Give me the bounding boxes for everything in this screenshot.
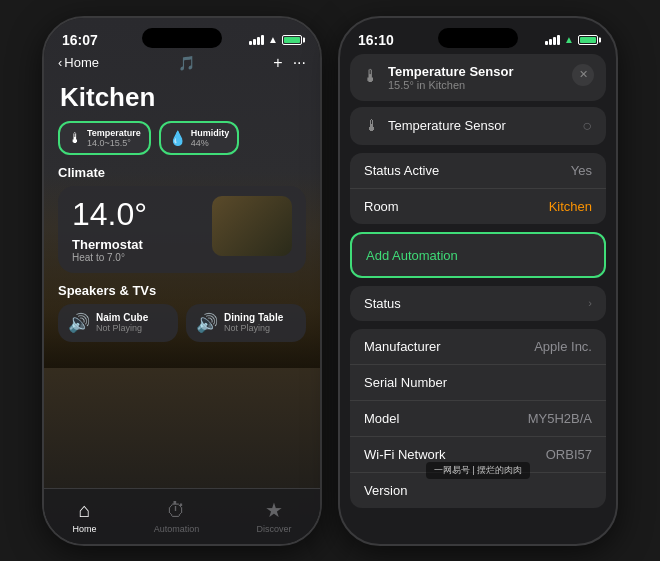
wifi-icon: ▲ [268,34,278,45]
tab-discover-label: Discover [256,524,291,534]
tab-home-label: Home [73,524,97,534]
status-active-label: Status Active [364,163,439,178]
speakers-title: Speakers & TVs [58,283,306,298]
temp-value: 14.0~15.5° [87,138,141,148]
time-right: 16:10 [358,32,394,48]
detail-header-left: 🌡 Temperature Sensor 15.5° in Kitchen [362,64,513,91]
settings-circle-icon[interactable]: ○ [582,117,592,135]
wifi-label: Wi-Fi Network [364,447,446,462]
manufacturer-label: Manufacturer [364,339,441,354]
status-icons-left: ▲ [249,34,302,45]
humidity-icon: 💧 [169,130,186,146]
sensor-row: 🌡 Temperature 14.0~15.5° 💧 Humidity 44% [44,121,320,165]
watermark-text: 一网易号 | 摆烂的肉肉 [426,462,530,479]
climate-title: Climate [58,165,306,180]
model-row: Model MY5H2B/A [350,401,606,437]
version-label: Version [364,483,407,498]
time-left: 16:07 [62,32,98,48]
sensor-header-icon: 🌡 [362,66,380,87]
climate-visual [212,196,292,256]
status-icons-right: ▲ [545,34,598,45]
info-section: Manufacturer Apple Inc. Serial Number Mo… [350,329,606,508]
speaker-status-1: Not Playing [96,323,148,333]
back-button[interactable]: ‹ Home [58,55,99,70]
room-row[interactable]: Room Kitchen [350,189,606,224]
signal-icon [249,35,264,45]
wifi-value: ORBI57 [546,447,592,462]
sensor-name-row: 🌡 Temperature Sensor ○ [350,107,606,145]
signal-icon-right [545,35,560,45]
detail-title: Temperature Sensor [388,64,513,79]
battery-icon-right [578,35,598,45]
sensor-name-left: 🌡 Temperature Sensor [364,117,506,135]
speaker-icon-2: 🔊 [196,312,218,334]
tab-home[interactable]: ⌂ Home [73,499,97,534]
sensor-name-label: Temperature Sensor [388,118,506,133]
manufacturer-value: Apple Inc. [534,339,592,354]
battery-icon [282,35,302,45]
status-chevron-section: Status › [350,286,606,321]
home-icon: ⌂ [79,499,91,522]
humidity-chip[interactable]: 💧 Humidity 44% [159,121,240,155]
status-active-row: Status Active Yes [350,153,606,189]
detail-header: 🌡 Temperature Sensor 15.5° in Kitchen ✕ [350,54,606,101]
temp-label: Temperature [87,128,141,138]
add-automation-section[interactable]: Add Automation [350,232,606,278]
tab-discover[interactable]: ★ Discover [256,498,291,534]
speaker-card-2[interactable]: 🔊 Dining Table Not Playing [186,304,306,342]
chevron-left-icon: ‹ [58,55,62,70]
wifi-icon-right: ▲ [564,34,574,45]
climate-card[interactable]: 14.0° Thermostat Heat to 7.0° [58,186,306,273]
nav-right: + ··· [273,54,306,72]
tab-automation-label: Automation [154,524,200,534]
room-label: Room [364,199,399,214]
speakers-row: 🔊 Naim Cube Not Playing 🔊 Dining Table N… [58,304,306,342]
close-button[interactable]: ✕ [572,64,594,86]
sensor-name-section: 🌡 Temperature Sensor ○ [350,107,606,145]
humidity-label: Humidity [191,128,230,138]
microphone-icon: 🎵 [178,55,195,71]
serial-label: Serial Number [364,375,447,390]
status-room-section: Status Active Yes Room Kitchen [350,153,606,224]
thermometer-icon: 🌡 [68,130,82,146]
sensor-row-icon: 🌡 [364,117,380,135]
add-automation-label: Add Automation [366,248,458,263]
detail-subtitle: 15.5° in Kitchen [388,79,513,91]
tab-automation[interactable]: ⏱ Automation [154,499,200,534]
model-value: MY5H2B/A [528,411,592,426]
status-chevron-label: Status [364,296,401,311]
page-title-left: Kitchen [44,78,320,121]
add-icon[interactable]: + [273,54,282,72]
nav-center: 🎵 [107,55,265,71]
climate-section: Climate 14.0° Thermostat Heat to 7.0° [44,165,320,283]
climate-device: Thermostat [72,237,147,252]
detail-header-text: Temperature Sensor 15.5° in Kitchen [388,64,513,91]
automation-icon: ⏱ [166,499,186,522]
model-label: Model [364,411,399,426]
chevron-right-icon: › [588,297,592,309]
humidity-value: 44% [191,138,230,148]
dynamic-island [142,28,222,48]
dynamic-island-right [438,28,518,48]
more-icon[interactable]: ··· [293,54,306,72]
room-value: Kitchen [549,199,592,214]
watermark-area: 一网易号 | 摆烂的肉肉 [340,462,616,479]
climate-temp: 14.0° [72,196,147,233]
speakers-section: Speakers & TVs 🔊 Naim Cube Not Playing 🔊… [44,283,320,352]
discover-icon: ★ [265,498,283,522]
nav-bar-left: ‹ Home 🎵 + ··· [44,52,320,78]
back-label: Home [64,55,99,70]
speaker-name-2: Dining Table [224,312,283,323]
speaker-status-2: Not Playing [224,323,283,333]
tab-bar-left: ⌂ Home ⏱ Automation ★ Discover [44,488,320,544]
temperature-chip[interactable]: 🌡 Temperature 14.0~15.5° [58,121,151,155]
manufacturer-row: Manufacturer Apple Inc. [350,329,606,365]
speaker-icon-1: 🔊 [68,312,90,334]
speaker-name-1: Naim Cube [96,312,148,323]
speaker-card-1[interactable]: 🔊 Naim Cube Not Playing [58,304,178,342]
serial-row: Serial Number [350,365,606,401]
status-chevron-row[interactable]: Status › [350,286,606,321]
status-active-value: Yes [571,163,592,178]
climate-sub: Heat to 7.0° [72,252,147,263]
right-phone: 16:10 ▲ 🌡 Temperature Sensor 15.5° in Ki… [338,16,618,546]
